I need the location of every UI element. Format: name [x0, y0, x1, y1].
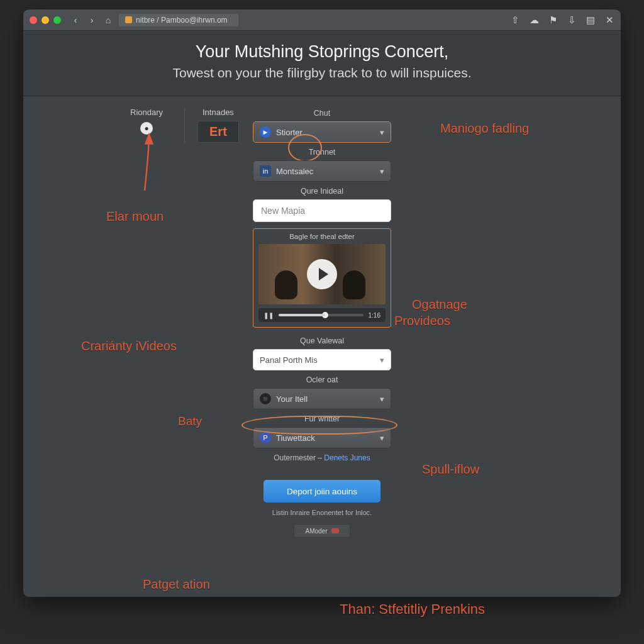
footer-links: Outermester – Denets Junes	[253, 453, 391, 462]
share-icon[interactable]: ⇧	[510, 14, 520, 26]
riondary-token[interactable]: ●	[140, 122, 153, 135]
page-subtitle: Towest on your the filirgby track to to …	[36, 65, 608, 80]
annotation-crarianty: Crariánty iVideos	[81, 339, 177, 353]
video-scrubber[interactable]	[279, 314, 364, 316]
scrubber-knob[interactable]	[322, 312, 328, 318]
riondary-label: Riondary	[130, 108, 163, 117]
fine-print: Listin Inraire Enonentet for Inloc.	[253, 509, 391, 516]
qure-placeholder: New Mapia	[261, 206, 305, 216]
qure-input[interactable]: New Mapia	[253, 199, 391, 222]
play-icon	[319, 268, 328, 280]
chip-label: AModer	[305, 528, 327, 535]
ocler-label: Ocler oat	[253, 375, 391, 384]
close-icon[interactable]	[30, 16, 37, 24]
chevron-down-icon: ▾	[380, 394, 384, 404]
page-title: Your Mutshing Stoprings Concert,	[36, 42, 608, 62]
page-body: Riondary ● Intnades Ert Chut ► Stiorter …	[23, 96, 621, 589]
forward-icon[interactable]: ›	[86, 15, 97, 25]
annotation-ogatnage: Ogatnage	[412, 297, 467, 312]
play-button[interactable]	[307, 259, 337, 289]
pause-icon[interactable]: ❚❚	[264, 312, 274, 319]
annotation-elar: Elar moun	[106, 209, 164, 224]
annotation-patget: Patget ation	[143, 577, 210, 592]
chip-flag-icon	[331, 528, 339, 533]
titlebar: ‹ › ⌂ nitbre / Pamboo@ihrwn.om ⇧ ☁ ⚑ ⇩ ▤…	[23, 9, 621, 31]
primary-cta-button[interactable]: Deport joiin aouins	[264, 480, 380, 502]
chevron-down-icon: ▾	[380, 167, 384, 176]
maximize-icon[interactable]	[53, 16, 61, 24]
window-controls	[30, 16, 61, 24]
annotation-than: Than: Stfetitliy Prenkins	[340, 601, 485, 618]
ocler-value: Your Itell	[276, 394, 308, 404]
chut-dropdown[interactable]: ► Stiorter ▾	[253, 121, 391, 143]
annotation-baty: Baty	[178, 414, 202, 428]
quev-value: Panal Porth Mis	[260, 355, 318, 365]
fur-icon: P	[260, 432, 271, 443]
footer-link-right[interactable]: Denets Junes	[324, 453, 370, 462]
thumb-figure	[275, 270, 297, 299]
ert-box[interactable]: Ert	[197, 121, 239, 143]
chevron-down-icon: ▾	[380, 433, 384, 443]
renner-value: Montsalec	[276, 167, 313, 176]
renner-label: Tronnet	[253, 148, 391, 157]
ocler-icon: ◾	[260, 393, 271, 404]
tag-icon[interactable]: ⚑	[548, 14, 558, 26]
video-time: 1:16	[369, 312, 380, 319]
annotation-manigo: Maniogo fadling	[440, 121, 529, 136]
tabs-icon[interactable]: ▤	[586, 14, 596, 26]
annotation-provideos: Provideos	[394, 314, 450, 328]
footer-link-left: Outermester	[274, 453, 316, 462]
minimize-icon[interactable]	[42, 16, 49, 24]
video-block: Bagle for theal edter ❚❚ 1:16	[253, 228, 391, 328]
ocler-dropdown[interactable]: ◾ Your Itell ▾	[253, 388, 391, 409]
annotation-oval-fur	[242, 416, 397, 435]
annotation-circle-chut	[288, 134, 322, 162]
form-column: Chut ► Stiorter ▾ Tronnet in Montsalec ▾…	[253, 101, 391, 538]
chut-label: Chut	[253, 109, 391, 118]
chevron-down-icon: ▾	[380, 128, 384, 137]
home-icon[interactable]: ⌂	[103, 15, 114, 25]
chevron-down-icon: ▾	[380, 355, 384, 365]
cloud-icon[interactable]: ☁	[529, 14, 539, 26]
cta-label: Deport joiin aouins	[287, 487, 357, 496]
renner-icon: in	[260, 165, 271, 177]
back-icon[interactable]: ‹	[70, 15, 81, 25]
top-tokens: Riondary ● Intnades Ert	[130, 108, 239, 143]
intnades-label: Intnades	[197, 108, 239, 117]
qure-label: Qure Inideal	[253, 187, 391, 196]
chut-icon: ►	[260, 126, 271, 138]
toolbar-right: ⇧ ☁ ⚑ ⇩ ▤ ✕	[510, 14, 614, 26]
url-bar[interactable]: nitbre / Pamboo@ihrwn.om	[119, 14, 238, 26]
app-window: ‹ › ⌂ nitbre / Pamboo@ihrwn.om ⇧ ☁ ⚑ ⇩ ▤…	[23, 9, 621, 597]
video-thumbnail[interactable]	[258, 244, 386, 304]
page-header: Your Mutshing Stoprings Concert, Towest …	[23, 31, 621, 96]
renner-dropdown[interactable]: in Montsalec ▾	[253, 160, 391, 182]
video-caption: Bagle for theal edter	[258, 233, 386, 240]
close-tab-icon[interactable]: ✕	[604, 14, 614, 26]
amoder-chip[interactable]: AModer	[294, 524, 350, 538]
download-icon[interactable]: ⇩	[567, 14, 577, 26]
annotation-spull: Spull-iflow	[422, 462, 479, 477]
quev-label: Que Valewal	[253, 336, 391, 345]
favicon-icon	[125, 16, 132, 23]
thumb-figure	[343, 270, 365, 299]
ert-value: Ert	[209, 125, 227, 138]
url-text: nitbre / Pamboo@ihrwn.om	[136, 16, 228, 25]
quev-dropdown[interactable]: Panal Porth Mis ▾	[253, 349, 391, 370]
video-controls: ❚❚ 1:16	[258, 308, 386, 322]
